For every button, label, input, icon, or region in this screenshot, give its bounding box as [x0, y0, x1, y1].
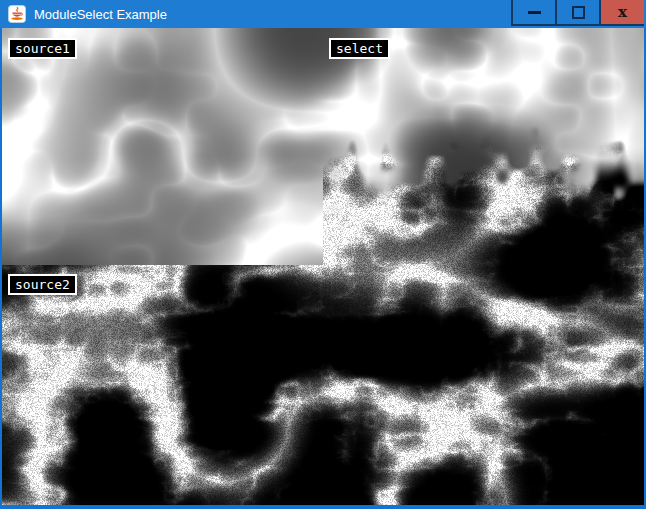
- maximize-icon: [572, 6, 585, 19]
- label-source2: source2: [8, 274, 77, 295]
- noise-image: [2, 28, 644, 505]
- label-source1: source1: [8, 38, 77, 59]
- title-bar[interactable]: ModuleSelect Example x: [0, 0, 646, 28]
- minimize-button[interactable]: [511, 0, 555, 26]
- maximize-button[interactable]: [555, 0, 599, 26]
- minimize-icon: [528, 11, 541, 14]
- close-x-icon: x: [618, 5, 627, 20]
- window-controls: x: [511, 0, 644, 28]
- render-area: source1 select source2: [2, 28, 644, 505]
- window-title: ModuleSelect Example: [34, 7, 167, 22]
- close-button[interactable]: x: [599, 0, 644, 26]
- java-coffee-cup-icon: [8, 5, 26, 23]
- app-window: ModuleSelect Example x source1 select so…: [0, 0, 646, 509]
- label-select: select: [329, 38, 390, 59]
